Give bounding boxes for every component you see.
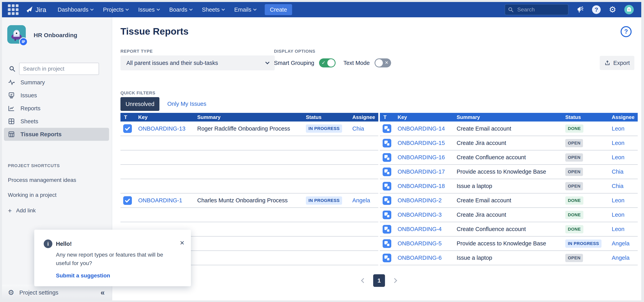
table-row bbox=[120, 179, 378, 193]
assignee-link[interactable]: Leon bbox=[612, 154, 624, 160]
smart-grouping-label: Smart Grouping bbox=[274, 60, 314, 66]
report-type-select[interactable]: All parent issues and their sub-tasks bbox=[120, 55, 275, 70]
issue-key-link[interactable]: ONBOARDING-15 bbox=[398, 140, 445, 146]
assignee-link[interactable]: Angela bbox=[612, 240, 630, 247]
table-row: ONBOARDING-5Provide access to Knowledge … bbox=[380, 236, 638, 251]
status-badge: OPEN bbox=[565, 182, 583, 190]
sidebar-item-tissue-reports[interactable]: Tissue Reports bbox=[4, 128, 109, 141]
issue-key-link[interactable]: ONBOARDING-14 bbox=[398, 125, 445, 132]
subtask-icon bbox=[382, 211, 391, 219]
assignee-link[interactable]: Chia bbox=[612, 169, 624, 175]
issue-key-link[interactable]: ONBOARDING-2 bbox=[398, 197, 442, 204]
status-badge: IN PROGRESS bbox=[565, 240, 602, 248]
assignee-link[interactable]: Leon bbox=[612, 140, 624, 146]
issue-key-link[interactable]: ONBOARDING-1 bbox=[138, 197, 182, 204]
assignee-link[interactable]: Leon bbox=[612, 125, 624, 132]
filter-only-my-issues-link[interactable]: Only My Issues bbox=[167, 101, 206, 107]
sidebar-item-sheets[interactable]: Sheets bbox=[4, 115, 109, 128]
nav-item-dashboards[interactable]: Dashboards bbox=[58, 6, 93, 13]
smart-grouping-toggle[interactable]: ✓ bbox=[319, 58, 336, 67]
table-row bbox=[120, 136, 378, 150]
sidebar-item-label: Issues bbox=[20, 92, 37, 99]
chevron-down-icon bbox=[156, 7, 160, 11]
project-search-input[interactable] bbox=[19, 63, 99, 75]
shortcut-link[interactable]: Process management ideas bbox=[8, 177, 76, 183]
gear-icon[interactable]: ⚙ bbox=[608, 5, 617, 14]
announcements-megaphone-icon[interactable] bbox=[576, 5, 584, 14]
issue-key-link[interactable]: ONBOARDING-4 bbox=[398, 226, 442, 232]
nav-menus: Dashboards Projects Issues Boards Sheets… bbox=[58, 6, 256, 13]
assignee-link[interactable]: Angela bbox=[612, 255, 630, 261]
table-header: TKeySummaryStatusAssignee bbox=[120, 113, 378, 121]
sidebar-item-label: Summary bbox=[20, 79, 45, 86]
sidebar-item-reports[interactable]: Reports bbox=[4, 102, 109, 115]
assignee-link[interactable]: Leon bbox=[612, 212, 624, 218]
assignee-link[interactable]: Chia bbox=[352, 125, 364, 132]
table-row: ONBOARDING-6Issue a laptopOPENAngela bbox=[380, 251, 638, 265]
issue-summary: Create Email account bbox=[457, 125, 511, 132]
global-search-input[interactable] bbox=[505, 4, 568, 15]
assignee-link[interactable]: Leon bbox=[612, 226, 624, 232]
issue-summary: Provide access to Knowledge Base bbox=[457, 169, 546, 175]
nav-item-emails[interactable]: Emails bbox=[234, 6, 256, 13]
assignee-link[interactable]: Angela bbox=[352, 197, 370, 204]
issue-key-link[interactable]: ONBOARDING-17 bbox=[398, 169, 445, 175]
issue-summary: Create Jira account bbox=[457, 140, 506, 146]
nav-item-sheets[interactable]: Sheets bbox=[202, 6, 224, 13]
app-switcher-icon[interactable] bbox=[8, 4, 18, 15]
nav-item-boards[interactable]: Boards bbox=[169, 6, 192, 13]
user-avatar[interactable] bbox=[624, 5, 634, 14]
info-icon: i bbox=[44, 240, 52, 248]
sidebar-item-summary[interactable]: Summary bbox=[4, 76, 109, 89]
status-badge: OPEN bbox=[565, 153, 583, 162]
table-row: ONBOARDING-15Create Jira accountOPENLeon bbox=[380, 136, 638, 150]
issue-key-link[interactable]: ONBOARDING-18 bbox=[398, 183, 445, 189]
x-icon: ✕ bbox=[385, 60, 388, 65]
report-type-value: All parent issues and their sub-tasks bbox=[126, 60, 218, 66]
issue-key-link[interactable]: ONBOARDING-6 bbox=[398, 255, 442, 261]
help-icon[interactable]: ? bbox=[592, 5, 601, 14]
task-icon bbox=[123, 124, 132, 133]
pagination: 1 bbox=[120, 274, 638, 287]
table-row: ONBOARDING-18Issue a laptopOPENChia bbox=[380, 179, 638, 193]
chevron-down-icon bbox=[222, 7, 225, 11]
create-button[interactable]: Create bbox=[265, 4, 292, 15]
status-badge: OPEN bbox=[565, 254, 583, 262]
nav-item-issues[interactable]: Issues bbox=[138, 6, 160, 13]
reports-chart-icon bbox=[8, 105, 15, 112]
issue-key-link[interactable]: ONBOARDING-13 bbox=[138, 125, 186, 132]
next-page-icon[interactable] bbox=[392, 278, 397, 283]
add-link-button[interactable]: + Add link bbox=[8, 207, 76, 214]
issue-key-link[interactable]: ONBOARDING-16 bbox=[398, 154, 445, 160]
feedback-popup: i Hello! ✕ Any new report types or featu… bbox=[34, 230, 191, 286]
assignee-link[interactable]: Chia bbox=[612, 183, 624, 189]
gear-icon: ⚙ bbox=[8, 289, 14, 296]
export-button[interactable]: Export bbox=[600, 56, 634, 70]
page-number-button[interactable]: 1 bbox=[373, 274, 385, 287]
nav-item-projects[interactable]: Projects bbox=[103, 6, 128, 13]
column-header: Assignee bbox=[608, 113, 638, 121]
subtask-icon bbox=[382, 254, 391, 262]
close-icon[interactable]: ✕ bbox=[180, 240, 184, 246]
table-row bbox=[120, 165, 378, 179]
text-mode-toggle[interactable]: ✕ bbox=[374, 58, 391, 67]
submit-suggestion-link[interactable]: Submit a suggestion bbox=[56, 273, 110, 279]
column-header: T bbox=[380, 113, 394, 121]
table-row: ONBOARDING-4Create Confluence accountDON… bbox=[380, 222, 638, 236]
sidebar-item-issues[interactable]: Issues bbox=[4, 89, 109, 102]
assignee-link[interactable]: Leon bbox=[612, 197, 624, 204]
issue-key-link[interactable]: ONBOARDING-3 bbox=[398, 212, 442, 218]
shortcut-link[interactable]: Working in a project bbox=[8, 192, 76, 198]
page-help-icon[interactable]: ? bbox=[620, 26, 632, 37]
previous-page-icon[interactable] bbox=[361, 278, 366, 283]
table-report-icon bbox=[8, 131, 15, 138]
project-avatar bbox=[7, 25, 26, 44]
chevron-down-icon bbox=[253, 7, 256, 11]
collapse-sidebar-icon[interactable]: « bbox=[100, 289, 105, 297]
issue-key-link[interactable]: ONBOARDING-5 bbox=[398, 240, 442, 247]
jira-logo[interactable]: Jira bbox=[25, 5, 46, 14]
check-icon: ✓ bbox=[322, 60, 326, 65]
project-settings-link[interactable]: Project settings bbox=[19, 290, 58, 296]
filter-unresolved-button[interactable]: Unresolved bbox=[120, 97, 160, 111]
toggle-knob bbox=[327, 59, 335, 67]
